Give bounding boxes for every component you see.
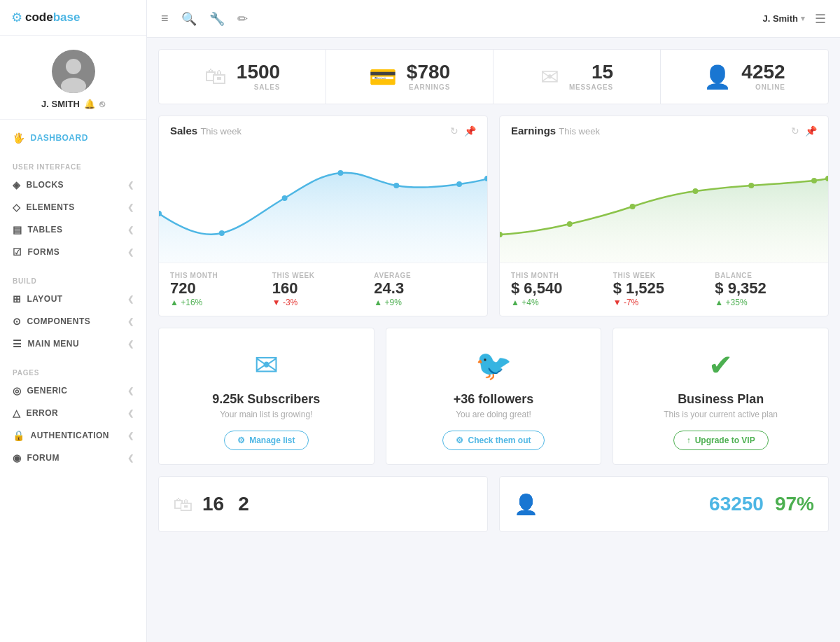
sales-chart-actions: ↻ 📌 [450, 125, 476, 137]
sidebar-icon-layout: ⊞ [13, 293, 21, 305]
earnings-chart-stats: THIS MONTH $ 6,540 ▲ +4% THIS WEEK $ 1,5… [500, 263, 828, 316]
stat-card-sales: 🛍 1500 SALES [159, 50, 326, 104]
stat-cards: 🛍 1500 SALES 💳 $780 EARNINGS ✉ 15 MESSAG… [158, 49, 829, 104]
bottom-card-subscribers: ✉ 9.25k Subscribers Your main list is gr… [158, 328, 374, 465]
bottom-card-plan: ✔ Business Plan This is your current act… [612, 328, 829, 465]
bottom-card-button-label-subscribers: Manage list [249, 435, 295, 445]
sales-pin-icon[interactable]: 📌 [464, 125, 476, 137]
chart-stat-sales-stats-2: AVERAGE 24.3 ▲ +9% [374, 272, 476, 307]
sidebar-item-error[interactable]: △ERROR❮ [0, 402, 146, 424]
sidebar-icon-main-menu: ☰ [13, 338, 22, 349]
sidebar-item-forms[interactable]: ☑FORMS❮ [0, 241, 146, 263]
sidebar-item-generic[interactable]: ◎GENERIC❮ [0, 379, 146, 402]
stat-number-earnings: $780 [407, 62, 450, 82]
chart-stat-delta-1: ▼ -7% [613, 298, 704, 307]
chevron-icon-error: ❮ [127, 409, 134, 418]
sidebar: ⚙ codebase J. SMITH 🔔 ⎋ 🖐DASHBOARDUSER I… [0, 0, 147, 642]
svg-point-6 [337, 170, 343, 176]
sidebar-item-left-components: ⊙COMPONENTS [13, 316, 90, 327]
sidebar-icon-tables: ▤ [13, 224, 22, 235]
chart-stat-delta-0: ▲ +4% [511, 298, 602, 307]
profile-bell-icon[interactable]: 🔔 [84, 99, 95, 109]
nav-section-0: 🖐DASHBOARD [0, 120, 146, 152]
topbar: ≡ 🔍 🔧 ✏ J. Smith ▾ ☰ [147, 0, 840, 38]
chevron-icon-elements: ❮ [127, 203, 134, 212]
user-chevron-icon: ▾ [801, 14, 805, 23]
sidebar-item-tables[interactable]: ▤TABLES❮ [0, 218, 146, 241]
settings-icon[interactable]: 🔧 [209, 11, 225, 27]
bottom-card-title-subscribers: 9.25k Subscribers [212, 392, 320, 407]
sidebar-label-main-menu: MAIN MENU [27, 339, 79, 349]
sidebar-label-components: COMPONENTS [27, 316, 90, 326]
stat-card-earnings: 💳 $780 EARNINGS [326, 50, 493, 104]
sidebar-item-main-menu[interactable]: ☰MAIN MENU❮ [0, 333, 146, 355]
logo: ⚙ codebase [0, 0, 146, 36]
chart-stat-label-2: BALANCE [715, 272, 806, 279]
bottom-card-button-followers[interactable]: ⚙ Check them out [442, 431, 544, 450]
sidebar-label-authentication: AUTHENTICATION [30, 431, 109, 440]
search-icon[interactable]: 🔍 [181, 11, 197, 27]
sidebar-label-generic: GENERIC [27, 386, 67, 396]
sidebar-item-left-authentication: 🔒AUTHENTICATION [13, 430, 109, 441]
sidebar-label-layout: LAYOUT [27, 294, 62, 304]
sidebar-item-dashboard[interactable]: 🖐DASHBOARD [0, 127, 146, 149]
bottom-right-num1: 63250 [709, 493, 764, 515]
bottom-left-icon: 🛍 [173, 493, 192, 516]
chevron-icon-main-menu: ❮ [127, 340, 134, 349]
sidebar-icon-forms: ☑ [13, 246, 22, 258]
svg-point-13 [692, 188, 698, 194]
svg-point-14 [748, 183, 754, 188]
sidebar-item-blocks[interactable]: ◈BLOCKS❮ [0, 174, 146, 196]
earnings-chart-card: Earnings This week ↻ 📌 [499, 116, 829, 316]
sidebar-item-layout[interactable]: ⊞LAYOUT❮ [0, 288, 146, 310]
svg-point-15 [811, 178, 817, 183]
bottom-card-button-label-plan: Upgrade to VIP [695, 435, 755, 445]
sales-refresh-icon[interactable]: ↻ [450, 125, 458, 137]
earnings-pin-icon[interactable]: 📌 [805, 125, 817, 137]
bottom-card-button-label-followers: Check them out [468, 435, 531, 445]
bottom-card-sub-subscribers: Your main list is growing! [220, 410, 312, 419]
sales-chart-header: Sales This week ↻ 📌 [159, 116, 487, 137]
sidebar-item-left-error: △ERROR [13, 407, 58, 419]
sidebar-item-components[interactable]: ⊙COMPONENTS❮ [0, 310, 146, 333]
sidebar-label-forms: FORMS [27, 247, 59, 257]
sidebar-item-left-layout: ⊞LAYOUT [13, 293, 63, 305]
logo-blue-text: base [53, 11, 80, 24]
chevron-icon-blocks: ❮ [127, 181, 134, 190]
chart-stat-delta-1: ▼ -3% [272, 298, 363, 307]
profile-section: J. SMITH 🔔 ⎋ [0, 36, 146, 120]
svg-point-11 [567, 221, 573, 227]
sales-title-light: This week [200, 126, 241, 137]
sidebar-item-left-generic: ◎GENERIC [13, 385, 68, 396]
chart-stat-value-0: $ 6,540 [511, 279, 602, 298]
bottom-left-num1: 16 [202, 493, 224, 515]
topbar-hamburger-icon[interactable]: ☰ [815, 11, 826, 27]
earnings-refresh-icon[interactable]: ↻ [791, 125, 799, 137]
stat-number-online: 4252 [741, 62, 785, 82]
svg-point-4 [219, 230, 225, 236]
logo-black-text: code [25, 11, 53, 24]
stat-number-sales: 1500 [237, 62, 280, 82]
edit-icon[interactable]: ✏ [237, 11, 248, 27]
sidebar-item-forum[interactable]: ◉FORUM❮ [0, 447, 146, 469]
bottom-left-num2: 2 [238, 493, 249, 515]
sidebar-label-forum: FORUM [27, 453, 59, 463]
sidebar-item-elements[interactable]: ◇ELEMENTS❮ [0, 196, 146, 218]
chart-stat-delta-2: ▲ +9% [374, 298, 465, 307]
chart-stat-value-2: 24.3 [374, 279, 465, 298]
sidebar-icon-blocks: ◈ [13, 179, 20, 190]
sidebar-item-left-dashboard: 🖐DASHBOARD [13, 132, 88, 144]
sidebar-item-left-tables: ▤TABLES [13, 224, 62, 235]
nav-section-label-3: PAGES [0, 365, 146, 379]
user-label[interactable]: J. Smith ▾ [762, 13, 805, 24]
sidebar-icon-forum: ◉ [13, 452, 21, 463]
sidebar-item-left-blocks: ◈BLOCKS [13, 179, 64, 190]
profile-logout-icon[interactable]: ⎋ [99, 99, 105, 109]
sidebar-icon-elements: ◇ [13, 202, 20, 213]
bottom-card-button-subscribers[interactable]: ⚙ Manage list [224, 431, 308, 450]
bottom-card-button-plan[interactable]: ↑ Upgrade to VIP [673, 431, 769, 450]
sidebar-item-authentication[interactable]: 🔒AUTHENTICATION❮ [0, 424, 146, 447]
menu-icon[interactable]: ≡ [161, 11, 169, 26]
sidebar-item-left-elements: ◇ELEMENTS [13, 202, 75, 213]
chevron-icon-authentication: ❮ [127, 431, 134, 440]
